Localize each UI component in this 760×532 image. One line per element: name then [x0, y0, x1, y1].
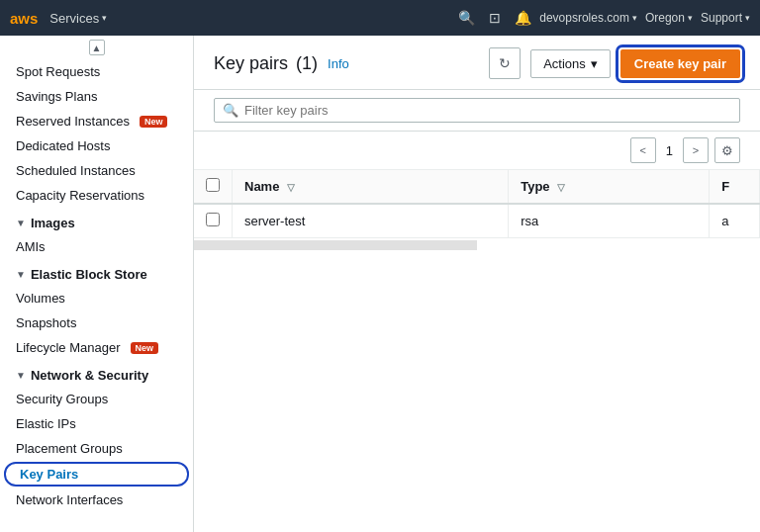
sidebar-item-label: Key Pairs — [20, 467, 78, 482]
search-icon: 🔍 — [223, 103, 238, 118]
page-number: 1 — [662, 143, 677, 158]
services-caret-icon: ▾ — [102, 13, 107, 23]
sidebar-item-label: Placement Groups — [16, 441, 123, 456]
sidebar-item-key-pairs[interactable]: Key Pairs — [4, 462, 189, 487]
key-pairs-table: Name ▽ Type ▽ F — [194, 170, 760, 238]
account-menu[interactable]: devopsroles.com ▾ — [539, 11, 637, 25]
services-label: Services — [49, 11, 99, 26]
table-settings-button[interactable]: ⚙ — [714, 137, 740, 163]
th-extra-label: F — [721, 179, 729, 194]
nav-icons-group: 🔍 ⊡ 🔔 — [458, 10, 531, 26]
sidebar-item-label: Elastic IPs — [16, 416, 76, 431]
name-filter-icon: ▽ — [287, 182, 295, 193]
sidebar-item-reserved-instances[interactable]: Reserved Instances New — [0, 109, 193, 133]
sidebar-item-label: Reserved Instances — [16, 114, 130, 129]
account-caret-icon: ▾ — [632, 13, 637, 23]
row-name-value: server-test — [244, 214, 305, 228]
network-caret-icon: ▼ — [16, 370, 26, 381]
actions-label: Actions — [543, 56, 586, 71]
new-badge: New — [140, 116, 168, 128]
region-label: Oregon — [645, 11, 685, 25]
th-name-label: Name — [244, 179, 279, 194]
next-icon: > — [693, 144, 699, 156]
filter-input-wrapper: 🔍 — [214, 98, 740, 123]
terminal-icon[interactable]: ⊡ — [489, 10, 501, 26]
info-link[interactable]: Info — [328, 56, 349, 71]
bell-icon[interactable]: 🔔 — [515, 10, 531, 26]
sidebar-item-label: Snapshots — [16, 315, 76, 330]
support-menu[interactable]: Support ▾ — [701, 11, 750, 25]
actions-button[interactable]: Actions ▾ — [530, 49, 611, 78]
sidebar-item-amis[interactable]: AMIs — [0, 234, 193, 259]
sidebar-item-lifecycle-manager[interactable]: Lifecycle Manager New — [0, 335, 193, 360]
horizontal-scrollbar[interactable] — [194, 240, 477, 250]
section-label: Network & Security — [31, 368, 148, 383]
th-type[interactable]: Type ▽ — [509, 170, 710, 204]
select-all-checkbox[interactable] — [206, 178, 220, 192]
next-page-button[interactable]: > — [683, 137, 709, 163]
sidebar-scroll-top: ▲ — [0, 36, 193, 59]
prev-page-button[interactable]: < — [630, 137, 656, 163]
body-layout: ▲ Spot Requests Savings Plans Reserved I… — [0, 36, 760, 532]
table-row[interactable]: server-test rsa a — [194, 204, 760, 238]
sidebar-item-snapshots[interactable]: Snapshots — [0, 310, 193, 335]
main-content: Key pairs (1) Info ↻ Actions ▾ Create ke… — [194, 36, 760, 532]
th-extra: F — [710, 170, 760, 204]
refresh-icon: ↻ — [499, 55, 511, 71]
sidebar-item-scheduled-instances[interactable]: Scheduled Instances — [0, 158, 193, 183]
sidebar-item-elastic-ips[interactable]: Elastic IPs — [0, 411, 193, 436]
type-filter-icon: ▽ — [557, 182, 565, 193]
region-caret-icon: ▾ — [688, 13, 693, 23]
pagination-bar: < 1 > ⚙ — [194, 132, 760, 170]
sidebar-item-label: Lifecycle Manager — [16, 340, 121, 355]
sidebar-item-label: Spot Requests — [16, 64, 100, 79]
sidebar-section-network-security[interactable]: ▼ Network & Security — [0, 360, 193, 387]
table-header-row: Name ▽ Type ▽ F — [194, 170, 760, 204]
actions-caret-icon: ▾ — [591, 56, 598, 71]
sidebar-item-label: AMIs — [16, 239, 46, 254]
sidebar-item-capacity-reservations[interactable]: Capacity Reservations — [0, 183, 193, 208]
ebs-caret-icon: ▼ — [16, 269, 26, 280]
item-count: (1) — [296, 53, 318, 74]
sidebar-item-security-groups[interactable]: Security Groups — [0, 387, 193, 411]
support-caret-icon: ▾ — [745, 13, 750, 23]
th-name[interactable]: Name ▽ — [233, 170, 509, 204]
sidebar-section-elastic-block-store[interactable]: ▼ Elastic Block Store — [0, 259, 193, 286]
sidebar-item-label: Scheduled Instances — [16, 163, 136, 178]
sidebar-item-volumes[interactable]: Volumes — [0, 286, 193, 310]
sidebar-item-dedicated-hosts[interactable]: Dedicated Hosts — [0, 133, 193, 158]
create-key-pair-button[interactable]: Create key pair — [620, 49, 740, 78]
td-type: rsa — [509, 204, 710, 238]
settings-icon: ⚙ — [721, 143, 733, 158]
sidebar-item-placement-groups[interactable]: Placement Groups — [0, 436, 193, 461]
refresh-button[interactable]: ↻ — [489, 47, 521, 79]
section-label: Elastic Block Store — [31, 267, 147, 282]
td-checkbox — [194, 204, 233, 238]
sidebar-item-savings-plans[interactable]: Savings Plans — [0, 84, 193, 109]
filter-input[interactable] — [244, 103, 731, 118]
row-extra-value: a — [721, 214, 728, 228]
title-text: Key pairs — [214, 53, 288, 74]
th-checkbox — [194, 170, 233, 204]
region-menu[interactable]: Oregon ▾ — [645, 11, 693, 25]
sidebar-scroll-up-button[interactable]: ▲ — [89, 40, 105, 55]
content-header: Key pairs (1) Info ↻ Actions ▾ Create ke… — [194, 36, 760, 90]
support-label: Support — [701, 11, 742, 25]
td-extra: a — [710, 204, 760, 238]
sidebar: ▲ Spot Requests Savings Plans Reserved I… — [0, 36, 194, 532]
sidebar-item-network-interfaces[interactable]: Network Interfaces — [0, 488, 193, 512]
row-checkbox[interactable] — [206, 213, 220, 226]
sidebar-item-label: Dedicated Hosts — [16, 138, 110, 153]
aws-logo[interactable]: aws — [10, 10, 38, 27]
sidebar-item-label: Capacity Reservations — [16, 188, 144, 203]
row-type-value: rsa — [521, 214, 538, 228]
prev-icon: < — [640, 144, 646, 156]
sidebar-section-images[interactable]: ▼ Images — [0, 208, 193, 234]
sidebar-item-spot-requests[interactable]: Spot Requests — [0, 59, 193, 84]
services-menu[interactable]: Services ▾ — [49, 11, 107, 26]
sidebar-item-label: Security Groups — [16, 392, 108, 406]
images-caret-icon: ▼ — [16, 218, 26, 228]
search-icon[interactable]: 🔍 — [458, 10, 475, 26]
top-navigation: aws Services ▾ 🔍 ⊡ 🔔 devopsroles.com ▾ O… — [0, 0, 760, 36]
section-label: Images — [31, 216, 75, 230]
